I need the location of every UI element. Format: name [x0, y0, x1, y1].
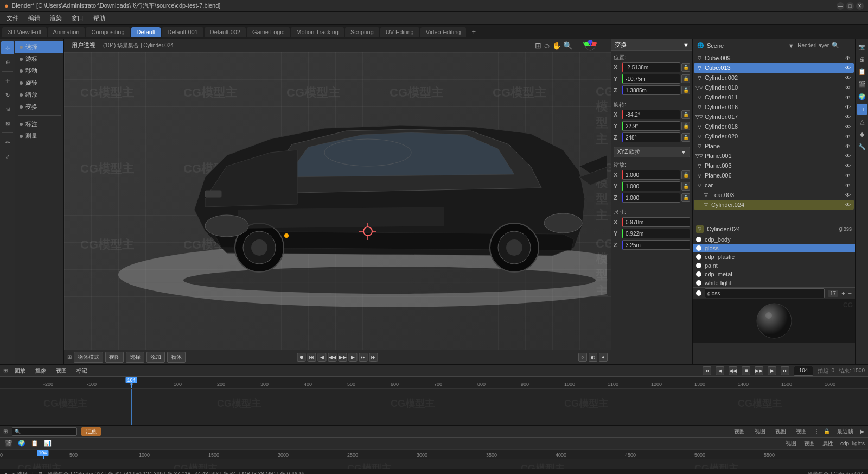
last-frame-button[interactable]: ⏭: [369, 353, 378, 362]
transform-section-title[interactable]: 变换 ▼: [611, 39, 692, 51]
mat-item-white-light[interactable]: white light: [693, 279, 855, 287]
viewport-icon-4[interactable]: 🔍: [563, 41, 572, 50]
tab-uv-editing[interactable]: UV Editing: [380, 27, 419, 37]
tl-frame-counter[interactable]: 104: [794, 366, 813, 376]
side-label-cursor[interactable]: 游标: [15, 53, 63, 65]
obj-eye-icon[interactable]: 👁: [844, 113, 852, 121]
tl-stop[interactable]: ⏹: [742, 366, 750, 375]
dope-snap-icon[interactable]: 🔒: [824, 428, 830, 434]
menu-item-file[interactable]: 文件: [2, 13, 23, 23]
viewport-view-menu[interactable]: 视图: [105, 352, 124, 363]
lock-x-icon[interactable]: 🔒: [681, 63, 690, 72]
rp-filter-btn[interactable]: ⋮: [842, 40, 853, 51]
rp-object-icon[interactable]: □: [857, 104, 867, 115]
tab-default-002[interactable]: Default.002: [205, 27, 246, 37]
side-label-rotate[interactable]: 旋转: [15, 77, 63, 89]
lock-y-icon[interactable]: 🔒: [681, 74, 690, 83]
location-z-value[interactable]: 1.3885m: [622, 85, 680, 95]
rotation-x-value[interactable]: -84.2°: [622, 110, 680, 119]
step-back-button[interactable]: ◀: [318, 353, 327, 362]
lock-sz-icon[interactable]: 🔒: [681, 193, 690, 202]
mat-name-input[interactable]: [705, 288, 825, 298]
dope-summary-label[interactable]: 汇总: [81, 427, 101, 436]
viewport-area[interactable]: 用户透视 (104) 场景集合 | Cylinder.024 ⊞ ☺ ✋ 🔍: [64, 39, 611, 364]
dope-icon-2[interactable]: 🌍: [16, 438, 27, 449]
rp-render-icon[interactable]: 📷: [857, 41, 867, 52]
minimize-button[interactable]: —: [837, 2, 844, 10]
dope-icon-3[interactable]: 📋: [29, 438, 40, 449]
scale-z-value[interactable]: 1.000: [622, 193, 680, 203]
location-y-value[interactable]: -10.75m: [622, 74, 680, 84]
dope-search[interactable]: 🔍: [12, 427, 77, 436]
viewport-object-menu[interactable]: 物体: [167, 352, 186, 363]
obj-eye-icon[interactable]: 👁: [844, 93, 852, 101]
tool-transform[interactable]: ⊠: [1, 117, 14, 130]
obj-item-cylinder016[interactable]: ▽ Cylinder.016 👁: [694, 102, 854, 112]
tool-select[interactable]: ⊹: [1, 41, 14, 54]
obj-eye-icon[interactable]: 👁: [844, 142, 852, 150]
tl-menu-shot[interactable]: 捏像: [33, 366, 49, 376]
side-label-scale[interactable]: 缩放: [15, 89, 63, 100]
tab-motion-tracking[interactable]: Motion Tracking: [291, 27, 344, 37]
obj-item-cylinder020[interactable]: ▽ Cylinder.020 👁: [694, 131, 854, 141]
menu-item-edit[interactable]: 编辑: [24, 13, 44, 23]
tl-menu-markers[interactable]: 标记: [74, 366, 90, 376]
obj-eye-icon[interactable]: 👁: [844, 162, 852, 169]
tl-play-reverse[interactable]: ◀◀: [729, 366, 737, 375]
play-reverse-button[interactable]: ◀◀: [328, 353, 337, 362]
obj-item-plane[interactable]: ▽ Plane 👁: [694, 141, 854, 151]
maximize-button[interactable]: □: [846, 2, 854, 10]
rp-search[interactable]: 🔍: [830, 40, 841, 51]
lock-rx-icon[interactable]: 🔒: [681, 110, 690, 119]
tool-rotate[interactable]: ↻: [1, 89, 14, 102]
rp-material-icon[interactable]: ◆: [857, 129, 867, 140]
mat-remove-icon[interactable]: −: [848, 290, 852, 296]
prev-keyframe-button[interactable]: ⏮: [308, 353, 316, 362]
obj-eye-icon[interactable]: 👁: [844, 103, 852, 111]
obj-eye-icon[interactable]: 👁: [844, 172, 852, 179]
viewport-icon-1[interactable]: ⊞: [535, 41, 541, 50]
rp-icon-filter[interactable]: ▼: [786, 40, 796, 51]
mat-add-icon[interactable]: +: [841, 290, 845, 296]
viewport-canvas[interactable]: CG模型主 CG模型主 CG模型主 CG模型主 CG模型主 CG模型主 CG模型…: [64, 52, 611, 364]
tab-game-logic[interactable]: Game Logic: [247, 27, 290, 37]
dim-y-value[interactable]: 0.922m: [622, 229, 690, 238]
close-button[interactable]: ✕: [856, 2, 864, 10]
xyz-dropdown[interactable]: XYZ 欧拉 ▼: [614, 147, 690, 157]
viewport-icon-3[interactable]: ✋: [552, 41, 561, 50]
rp-output-icon[interactable]: 🖨: [857, 54, 867, 65]
mat-item-cdp-body[interactable]: cdp_body: [693, 235, 855, 244]
obj-eye-icon[interactable]: 👁: [844, 191, 852, 199]
tool-move[interactable]: ✛: [1, 74, 14, 87]
dope-render-btn[interactable]: 视图: [783, 439, 799, 448]
dim-x-value[interactable]: 0.978m: [622, 217, 690, 227]
scale-x-value[interactable]: 1.000: [622, 170, 680, 180]
dope-select-btn[interactable]: 视图: [752, 427, 768, 437]
tl-jump-end[interactable]: ⏭: [781, 366, 789, 375]
obj-item-cube009[interactable]: ▽ Cube.009 👁: [694, 53, 854, 63]
tl-track-area[interactable]: CG模型主 CG模型主 CG模型主 CG模型主 CG模型主: [0, 389, 868, 425]
viewport-select-menu[interactable]: 选择: [126, 352, 144, 363]
dim-z-value[interactable]: 3.25m: [622, 240, 690, 250]
obj-eye-icon[interactable]: 👁: [844, 64, 852, 72]
obj-item-cylinder011[interactable]: ▽ Cylinder.011 👁: [694, 92, 854, 102]
side-label-select[interactable]: 选择: [15, 41, 63, 53]
solid-mode-icon[interactable]: ○: [578, 353, 587, 362]
obj-item-cylinder017[interactable]: ▽▽ Cylinder.017 👁: [694, 112, 854, 122]
scale-y-value[interactable]: 1.000: [622, 181, 680, 191]
tab-compositing[interactable]: Compositing: [86, 27, 130, 37]
tab-scripting[interactable]: Scripting: [345, 27, 379, 37]
mode-selector[interactable]: 物体模式: [74, 352, 103, 363]
dope-channels-btn[interactable]: 视图: [773, 427, 789, 437]
tab-video-editing[interactable]: Video Editing: [420, 27, 467, 37]
lock-sy-icon[interactable]: 🔒: [681, 182, 690, 191]
dope-icon-1[interactable]: 🎬: [3, 438, 14, 449]
tl-menu-playback[interactable]: 固放: [12, 366, 28, 376]
mat-item-gloss[interactable]: gloss: [693, 244, 855, 252]
add-workspace-button[interactable]: +: [467, 26, 480, 37]
rotation-z-value[interactable]: 248°: [622, 132, 680, 142]
viewport-icon-2[interactable]: ☺: [543, 41, 551, 50]
mat-item-cdp-metal[interactable]: cdp_metal: [693, 270, 855, 279]
side-label-move[interactable]: 移动: [15, 65, 63, 77]
side-label-annotate[interactable]: 标注: [15, 118, 63, 130]
